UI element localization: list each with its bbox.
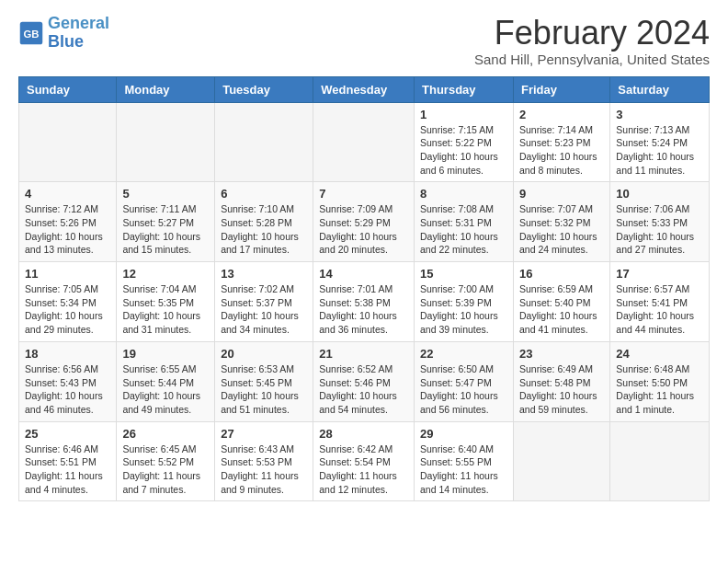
day-detail: Sunrise: 6:46 AMSunset: 5:51 PMDaylight:… <box>25 442 110 497</box>
calendar-cell: 3Sunrise: 7:13 AMSunset: 5:24 PMDaylight… <box>610 102 710 182</box>
calendar-cell: 8Sunrise: 7:08 AMSunset: 5:31 PMDaylight… <box>415 182 514 262</box>
calendar-cell: 18Sunrise: 6:56 AMSunset: 5:43 PMDayligh… <box>19 341 117 421</box>
day-number: 2 <box>519 108 604 121</box>
day-number: 15 <box>420 267 507 281</box>
calendar-cell: 25Sunrise: 6:46 AMSunset: 5:51 PMDayligh… <box>19 421 117 501</box>
day-detail: Sunrise: 6:56 AMSunset: 5:43 PMDaylight:… <box>25 362 110 417</box>
day-number: 14 <box>319 267 408 281</box>
col-header-tuesday: Tuesday <box>215 76 313 102</box>
day-detail: Sunrise: 6:42 AMSunset: 5:54 PMDaylight:… <box>319 442 408 497</box>
day-detail: Sunrise: 7:14 AMSunset: 5:23 PMDaylight:… <box>519 123 604 178</box>
calendar-table: SundayMondayTuesdayWednesdayThursdayFrid… <box>18 76 710 502</box>
day-number: 20 <box>221 347 307 361</box>
day-number: 8 <box>420 187 507 201</box>
day-detail: Sunrise: 6:40 AMSunset: 5:55 PMDaylight:… <box>420 442 507 497</box>
calendar-cell: 1Sunrise: 7:15 AMSunset: 5:22 PMDaylight… <box>415 102 514 182</box>
calendar-cell <box>19 102 117 182</box>
month-year-title: February 2024 <box>474 15 710 52</box>
day-number: 6 <box>221 187 307 201</box>
day-number: 22 <box>420 347 507 361</box>
logo: GB GeneralBlue <box>18 15 109 52</box>
day-detail: Sunrise: 6:59 AMSunset: 5:40 PMDaylight:… <box>519 282 604 337</box>
day-number: 26 <box>122 427 209 441</box>
calendar-cell: 21Sunrise: 6:52 AMSunset: 5:46 PMDayligh… <box>313 341 415 421</box>
col-header-sunday: Sunday <box>19 76 117 102</box>
day-detail: Sunrise: 7:10 AMSunset: 5:28 PMDaylight:… <box>221 202 307 257</box>
calendar-week-row: 4Sunrise: 7:12 AMSunset: 5:26 PMDaylight… <box>19 182 710 262</box>
calendar-cell: 15Sunrise: 7:00 AMSunset: 5:39 PMDayligh… <box>415 262 514 342</box>
day-detail: Sunrise: 7:06 AMSunset: 5:33 PMDaylight:… <box>616 202 703 257</box>
day-detail: Sunrise: 6:49 AMSunset: 5:48 PMDaylight:… <box>519 362 604 417</box>
day-number: 19 <box>122 347 209 361</box>
calendar-cell: 23Sunrise: 6:49 AMSunset: 5:48 PMDayligh… <box>513 341 609 421</box>
day-detail: Sunrise: 7:05 AMSunset: 5:34 PMDaylight:… <box>25 282 110 337</box>
calendar-week-row: 25Sunrise: 6:46 AMSunset: 5:51 PMDayligh… <box>19 421 710 501</box>
day-detail: Sunrise: 7:08 AMSunset: 5:31 PMDaylight:… <box>420 202 507 257</box>
calendar-week-row: 1Sunrise: 7:15 AMSunset: 5:22 PMDaylight… <box>19 102 710 182</box>
day-detail: Sunrise: 7:11 AMSunset: 5:27 PMDaylight:… <box>122 202 209 257</box>
day-number: 3 <box>616 108 703 121</box>
day-number: 7 <box>319 187 408 201</box>
col-header-monday: Monday <box>117 76 215 102</box>
day-detail: Sunrise: 6:50 AMSunset: 5:47 PMDaylight:… <box>420 362 507 417</box>
location-subtitle: Sand Hill, Pennsylvania, United States <box>474 52 710 67</box>
day-number: 13 <box>221 267 307 281</box>
day-number: 4 <box>25 187 110 201</box>
calendar-cell: 26Sunrise: 6:45 AMSunset: 5:52 PMDayligh… <box>117 421 215 501</box>
calendar-cell: 12Sunrise: 7:04 AMSunset: 5:35 PMDayligh… <box>117 262 215 342</box>
calendar-cell <box>117 102 215 182</box>
day-detail: Sunrise: 7:01 AMSunset: 5:38 PMDaylight:… <box>319 282 408 337</box>
calendar-cell <box>513 421 609 501</box>
calendar-cell: 19Sunrise: 6:55 AMSunset: 5:44 PMDayligh… <box>117 341 215 421</box>
calendar-title-area: February 2024 Sand Hill, Pennsylvania, U… <box>474 15 710 67</box>
calendar-cell: 24Sunrise: 6:48 AMSunset: 5:50 PMDayligh… <box>610 341 710 421</box>
calendar-cell: 6Sunrise: 7:10 AMSunset: 5:28 PMDaylight… <box>215 182 313 262</box>
calendar-cell: 14Sunrise: 7:01 AMSunset: 5:38 PMDayligh… <box>313 262 415 342</box>
day-detail: Sunrise: 7:04 AMSunset: 5:35 PMDaylight:… <box>122 282 209 337</box>
day-detail: Sunrise: 7:13 AMSunset: 5:24 PMDaylight:… <box>616 123 703 178</box>
calendar-cell: 22Sunrise: 6:50 AMSunset: 5:47 PMDayligh… <box>415 341 514 421</box>
col-header-friday: Friday <box>513 76 609 102</box>
day-number: 21 <box>319 347 408 361</box>
calendar-cell: 16Sunrise: 6:59 AMSunset: 5:40 PMDayligh… <box>513 262 609 342</box>
calendar-cell: 27Sunrise: 6:43 AMSunset: 5:53 PMDayligh… <box>215 421 313 501</box>
calendar-cell: 11Sunrise: 7:05 AMSunset: 5:34 PMDayligh… <box>19 262 117 342</box>
day-number: 16 <box>519 267 604 281</box>
day-number: 1 <box>420 108 507 121</box>
day-number: 17 <box>616 267 703 281</box>
svg-text:GB: GB <box>23 29 39 40</box>
day-detail: Sunrise: 7:00 AMSunset: 5:39 PMDaylight:… <box>420 282 507 337</box>
day-number: 27 <box>221 427 307 441</box>
day-detail: Sunrise: 6:45 AMSunset: 5:52 PMDaylight:… <box>122 442 209 497</box>
day-detail: Sunrise: 7:12 AMSunset: 5:26 PMDaylight:… <box>25 202 110 257</box>
calendar-cell <box>313 102 415 182</box>
calendar-cell: 7Sunrise: 7:09 AMSunset: 5:29 PMDaylight… <box>313 182 415 262</box>
day-number: 10 <box>616 187 703 201</box>
day-number: 28 <box>319 427 408 441</box>
calendar-cell: 5Sunrise: 7:11 AMSunset: 5:27 PMDaylight… <box>117 182 215 262</box>
logo-text: GeneralBlue <box>48 15 109 52</box>
day-number: 29 <box>420 427 507 441</box>
day-detail: Sunrise: 6:52 AMSunset: 5:46 PMDaylight:… <box>319 362 408 417</box>
day-number: 12 <box>122 267 209 281</box>
page-header: GB GeneralBlue February 2024 Sand Hill, … <box>18 15 710 67</box>
col-header-saturday: Saturday <box>610 76 710 102</box>
calendar-cell: 2Sunrise: 7:14 AMSunset: 5:23 PMDaylight… <box>513 102 609 182</box>
col-header-thursday: Thursday <box>415 76 514 102</box>
day-number: 25 <box>25 427 110 441</box>
day-detail: Sunrise: 7:07 AMSunset: 5:32 PMDaylight:… <box>519 202 604 257</box>
calendar-cell <box>610 421 710 501</box>
calendar-week-row: 18Sunrise: 6:56 AMSunset: 5:43 PMDayligh… <box>19 341 710 421</box>
day-detail: Sunrise: 6:48 AMSunset: 5:50 PMDaylight:… <box>616 362 703 417</box>
day-detail: Sunrise: 7:02 AMSunset: 5:37 PMDaylight:… <box>221 282 307 337</box>
calendar-cell: 29Sunrise: 6:40 AMSunset: 5:55 PMDayligh… <box>415 421 514 501</box>
col-header-wednesday: Wednesday <box>313 76 415 102</box>
day-detail: Sunrise: 6:53 AMSunset: 5:45 PMDaylight:… <box>221 362 307 417</box>
calendar-cell: 13Sunrise: 7:02 AMSunset: 5:37 PMDayligh… <box>215 262 313 342</box>
day-detail: Sunrise: 7:15 AMSunset: 5:22 PMDaylight:… <box>420 123 507 178</box>
calendar-cell: 10Sunrise: 7:06 AMSunset: 5:33 PMDayligh… <box>610 182 710 262</box>
calendar-header-row: SundayMondayTuesdayWednesdayThursdayFrid… <box>19 76 710 102</box>
calendar-cell: 20Sunrise: 6:53 AMSunset: 5:45 PMDayligh… <box>215 341 313 421</box>
day-number: 11 <box>25 267 110 281</box>
day-detail: Sunrise: 6:57 AMSunset: 5:41 PMDaylight:… <box>616 282 703 337</box>
